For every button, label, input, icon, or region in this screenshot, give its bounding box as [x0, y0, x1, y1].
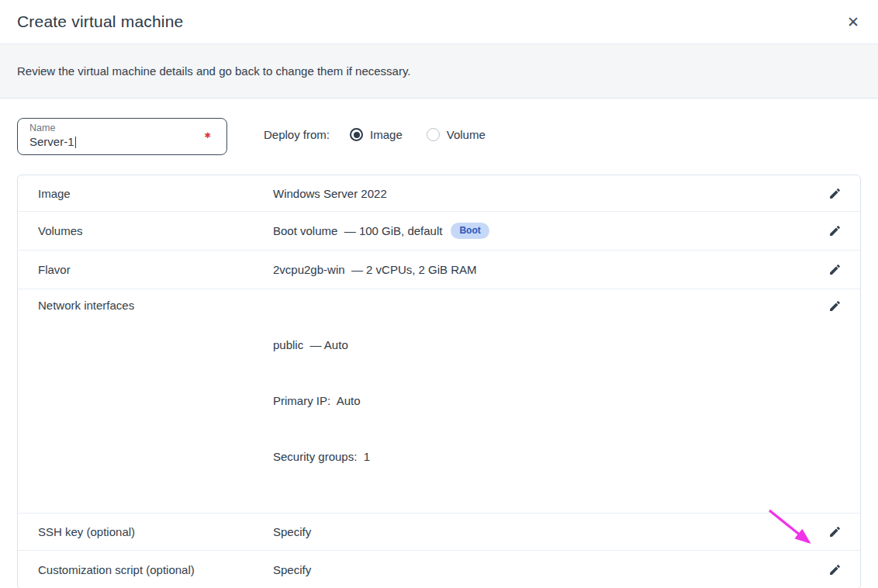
edit-customization-script-button[interactable]	[828, 563, 842, 577]
form-row: Name Server-1 ✱ Deploy from: Image Volum…	[17, 118, 861, 155]
dialog-title: Create virtual machine	[17, 12, 184, 31]
boot-badge: Boot	[451, 223, 489, 239]
pencil-icon	[828, 224, 842, 237]
edit-network-button[interactable]	[828, 299, 842, 313]
edit-volumes-button[interactable]	[828, 224, 842, 238]
radio-option-volume[interactable]: Volume	[427, 128, 486, 141]
edit-image-button[interactable]	[828, 186, 842, 200]
subtitle-band: Review the virtual machine details and g…	[0, 44, 878, 99]
pencil-icon	[828, 299, 842, 313]
row-volumes-label: Volumes	[38, 224, 273, 237]
row-image-value: Windows Server 2022	[273, 187, 828, 200]
radio-option-image-label: Image	[370, 128, 403, 141]
text-cursor	[75, 137, 76, 148]
pencil-icon	[828, 187, 842, 200]
row-volumes: Volumes Boot volume — 100 GiB, default B…	[18, 211, 860, 250]
dialog-body: Name Server-1 ✱ Deploy from: Image Volum…	[0, 99, 878, 588]
create-vm-dialog: Create virtual machine ✕ Review the virt…	[0, 0, 878, 588]
row-ssh-key: SSH key (optional) Specify	[18, 513, 860, 550]
edit-flavor-button[interactable]	[828, 263, 842, 277]
network-line-security-groups: Security groups: 1	[273, 448, 828, 466]
row-flavor: Flavor 2vcpu2gb-win — 2 vCPUs, 2 GiB RAM	[18, 250, 860, 289]
dialog-header: Create virtual machine ✕	[0, 0, 878, 44]
row-image-label: Image	[38, 187, 273, 200]
row-volumes-text: Boot volume — 100 GiB, default	[273, 224, 442, 237]
vm-summary-card: Image Windows Server 2022 Volumes Boot v…	[17, 175, 861, 588]
deploy-from-label: Deploy from:	[264, 128, 330, 141]
row-network-value: public — Auto Primary IP: Auto Security …	[273, 299, 828, 503]
row-script-value: Specify	[273, 563, 828, 576]
row-flavor-label: Flavor	[38, 263, 273, 276]
name-input[interactable]: Name Server-1 ✱	[17, 118, 227, 155]
radio-unselected-icon[interactable]	[427, 128, 440, 141]
row-ssh-label: SSH key (optional)	[38, 525, 273, 538]
row-script-label: Customization script (optional)	[38, 563, 273, 576]
name-input-label: Name	[29, 123, 199, 134]
row-volumes-value: Boot volume — 100 GiB, default Boot	[273, 223, 828, 239]
deploy-from-group: Deploy from: Image Volume	[264, 128, 510, 141]
row-customization-script: Customization script (optional) Specify	[18, 550, 860, 588]
row-image: Image Windows Server 2022	[18, 175, 860, 211]
pencil-icon	[828, 563, 842, 576]
row-ssh-value: Specify	[273, 525, 828, 538]
radio-option-image[interactable]: Image	[350, 128, 403, 141]
dialog-subtitle: Review the virtual machine details and g…	[17, 64, 411, 78]
close-icon[interactable]: ✕	[844, 12, 862, 31]
row-network-interfaces: Network interfaces public — Auto Primary…	[18, 289, 860, 513]
network-line-primary: public — Auto	[273, 336, 828, 355]
row-flavor-value: 2vcpu2gb-win — 2 vCPUs, 2 GiB RAM	[273, 263, 828, 276]
pencil-icon	[828, 525, 842, 538]
pencil-icon	[828, 263, 842, 276]
name-input-value: Server-1	[29, 135, 74, 148]
radio-selected-icon[interactable]	[350, 128, 363, 141]
required-asterisk-icon: ✱	[205, 131, 211, 140]
edit-ssh-key-button[interactable]	[828, 525, 842, 539]
radio-option-volume-label: Volume	[447, 128, 486, 141]
row-network-label: Network interfaces	[38, 299, 273, 312]
network-line-ip: Primary IP: Auto	[273, 392, 828, 410]
